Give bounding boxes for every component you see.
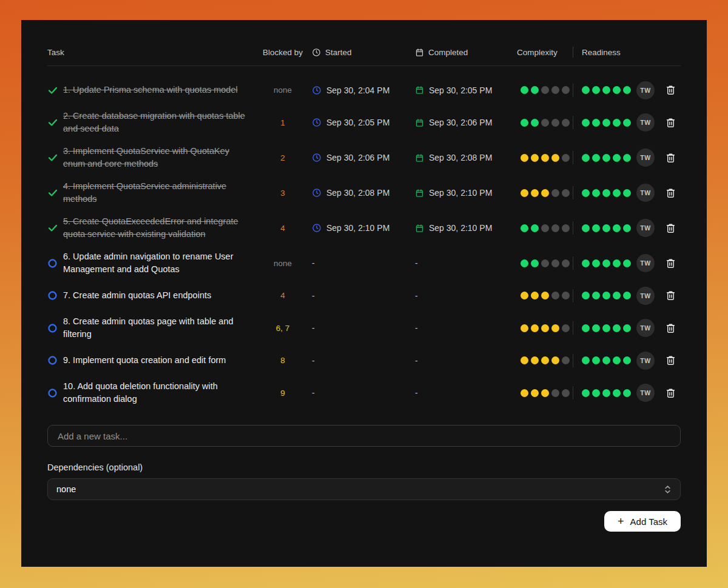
dot-filled [623, 259, 631, 267]
task-list: 1. Update Prisma schema with quotas mode… [47, 75, 681, 410]
dot-filled [521, 389, 528, 397]
task-done-check-icon[interactable] [47, 222, 63, 233]
delete-task-button[interactable] [665, 152, 676, 164]
task-pending-circle-icon[interactable] [47, 323, 63, 333]
add-task-button[interactable]: + Add Task [604, 511, 681, 532]
dot-empty [562, 356, 570, 364]
dot-empty [562, 292, 570, 299]
dot-filled [623, 324, 631, 332]
trash-icon [665, 187, 676, 199]
circle-icon [47, 258, 58, 269]
clock-icon [312, 153, 322, 162]
dot-filled [613, 389, 621, 397]
started-empty-dash: - [312, 388, 315, 398]
started-empty-dash: - [312, 291, 315, 301]
dot-filled [582, 259, 590, 267]
dot-filled [592, 224, 600, 232]
clock-icon [312, 48, 321, 57]
assignee-badge: TW [636, 113, 655, 132]
readiness-dots [582, 119, 631, 127]
task-pending-circle-icon[interactable] [47, 355, 63, 366]
column-header-complexity: Complexity [517, 48, 573, 57]
trash-icon [665, 258, 676, 269]
completed-empty-dash: - [415, 258, 418, 268]
dependencies-select[interactable]: none [47, 478, 681, 500]
task-done-check-icon[interactable] [47, 117, 63, 128]
dot-filled [582, 86, 590, 94]
started-cell: Sep 30, 2:08 PM [312, 188, 415, 198]
dot-filled [613, 86, 621, 94]
delete-task-button[interactable] [665, 84, 676, 96]
dot-filled [531, 259, 539, 267]
circle-icon [47, 290, 58, 301]
blocked-by-value: 4 [254, 224, 312, 233]
dot-filled [531, 119, 539, 127]
dot-empty [551, 86, 559, 94]
dot-filled [541, 324, 549, 332]
dot-filled [521, 324, 528, 332]
completed-value: Sep 30, 2:05 PM [429, 85, 492, 95]
delete-task-button[interactable] [665, 387, 676, 399]
completed-cell: - [415, 356, 517, 366]
dot-filled [521, 154, 528, 162]
dot-filled [582, 389, 590, 397]
delete-task-button[interactable] [665, 258, 676, 269]
delete-task-button[interactable] [665, 290, 676, 301]
table-row: 2. Create database migration with quotas… [47, 105, 681, 140]
dot-empty [562, 86, 570, 94]
started-empty-dash: - [312, 356, 315, 366]
column-header-readiness: Readiness [573, 47, 631, 58]
dependencies-label: Dependencies (optional) [47, 463, 681, 472]
delete-task-button[interactable] [665, 222, 676, 234]
dot-filled [551, 154, 559, 162]
delete-task-button[interactable] [665, 322, 676, 334]
dot-filled [623, 224, 631, 232]
task-pending-circle-icon[interactable] [47, 290, 63, 301]
table-row: 8. Create admin quotas page with table a… [47, 310, 681, 346]
table-row: 4. Implement QuotaService administrative… [47, 175, 681, 210]
dot-empty [562, 119, 570, 127]
completed-cell: - [415, 388, 517, 398]
dot-filled [582, 224, 590, 232]
clock-icon [312, 118, 322, 127]
readiness-dots [582, 224, 631, 232]
completed-cell: Sep 30, 2:10 PM [415, 188, 517, 198]
check-icon [47, 222, 58, 233]
calendar-icon [415, 48, 424, 57]
task-pending-circle-icon[interactable] [47, 258, 63, 269]
task-done-check-icon[interactable] [47, 85, 63, 96]
dot-filled [582, 119, 590, 127]
dot-filled [613, 324, 621, 332]
completed-cell: - [415, 323, 517, 333]
select-updown-icon [664, 485, 672, 494]
blocked-by-value: 8 [254, 356, 312, 365]
task-title: 4. Implement QuotaService administrative… [63, 180, 254, 205]
clock-icon [312, 188, 322, 198]
complexity-dots [517, 324, 573, 332]
dot-filled [613, 292, 621, 299]
task-title: 3. Implement QuotaService with QuotaKey … [63, 145, 254, 170]
blocked-by-value: 6, 7 [254, 324, 312, 333]
column-header-completed-label: Completed [428, 48, 468, 57]
complexity-dots [517, 259, 573, 267]
task-title: 6. Update admin navigation to rename Use… [63, 250, 254, 276]
dot-filled [592, 189, 600, 197]
delete-task-button[interactable] [665, 117, 676, 129]
table-row: 10. Add quota deletion functionality wit… [47, 375, 681, 410]
assignee-badge: TW [636, 219, 655, 237]
dot-empty [541, 119, 549, 127]
task-done-check-icon[interactable] [47, 187, 63, 198]
dot-filled [521, 356, 528, 364]
readiness-dots [582, 86, 631, 94]
dot-filled [521, 224, 528, 232]
dot-empty [551, 292, 559, 299]
started-value: Sep 30, 2:06 PM [326, 153, 389, 162]
blocked-by-value: none [254, 85, 312, 95]
task-done-check-icon[interactable] [47, 152, 63, 163]
delete-task-button[interactable] [665, 187, 676, 199]
task-pending-circle-icon[interactable] [47, 388, 63, 398]
completed-value: Sep 30, 2:06 PM [429, 118, 492, 127]
delete-task-button[interactable] [665, 355, 676, 366]
check-icon [47, 187, 58, 198]
new-task-input[interactable] [47, 425, 681, 447]
